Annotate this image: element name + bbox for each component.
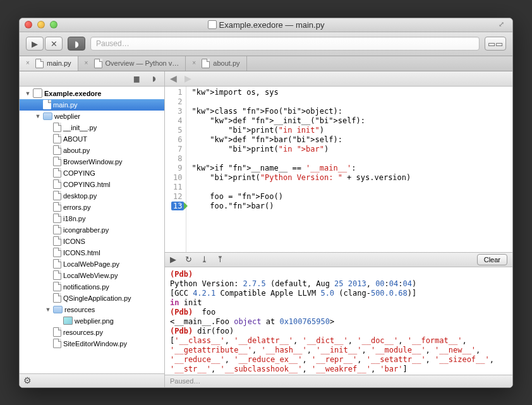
project-sidebar: ▆ ◗ ▼Example.exedoremain.py▼webplier__in… [20, 71, 165, 387]
tree-item-label: COPYING.html [63, 181, 111, 188]
step-over-button[interactable]: ↻ [185, 255, 192, 264]
tree-item-label: about.py [63, 147, 90, 154]
tree-item[interactable]: ICONS [20, 236, 164, 247]
file-icon [53, 214, 61, 223]
tree-item[interactable]: BrowserWindow.py [20, 156, 164, 167]
disclosure-icon[interactable]: ▼ [35, 113, 41, 119]
tree-item[interactable]: LocalWebPage.py [20, 258, 164, 270]
file-icon [53, 236, 61, 246]
tab-close-icon[interactable]: × [192, 60, 198, 66]
tab-1[interactable]: ×Overview — Python v… [78, 56, 186, 71]
project-icon [33, 88, 42, 98]
tree-item-label: resources.py [63, 329, 103, 336]
tree-item-label: desktop.py [63, 192, 97, 200]
tree-item[interactable]: COPYING [20, 167, 164, 179]
source-text[interactable]: "kw">import os, sys "kw">class "fn">Foo(… [186, 87, 416, 252]
disclosure-icon[interactable]: ▼ [45, 306, 51, 313]
tree-item-label: QSingleApplication.py [63, 294, 131, 302]
nav-back-button[interactable]: ◀ [170, 73, 177, 83]
tree-item-label: webplier [54, 112, 80, 120]
tree-item[interactable]: __init__.py [20, 122, 164, 133]
editor-nav: ◀ ▶ [165, 71, 512, 87]
window-zoom-button[interactable] [50, 21, 57, 28]
gear-icon[interactable]: ⚙ [23, 375, 32, 385]
tree-item-label: notifications.py [63, 283, 109, 291]
nav-forward-button[interactable]: ▶ [184, 73, 191, 83]
tree-item-label: i18n.py [63, 215, 85, 222]
tree-item-label: ICONS [63, 238, 85, 245]
tree-item[interactable]: ABOUT [20, 133, 164, 145]
traffic-lights [25, 21, 57, 28]
line-gutter[interactable]: 12345678910111213 [165, 87, 186, 252]
tree-item-label: webplier.png [75, 317, 114, 325]
tree-item[interactable]: desktop.py [20, 190, 164, 202]
file-icon [53, 179, 61, 189]
status-field[interactable]: Paused… [90, 37, 480, 51]
tree-item[interactable]: resources.py [20, 327, 164, 338]
document-icon [208, 20, 217, 29]
file-icon [53, 145, 61, 155]
app-window: Example.exedore — main.py ⤢ ▶ ✕ ◗ Paused… [19, 18, 513, 388]
tree-item[interactable]: QSingleApplication.py [20, 293, 164, 304]
library-button[interactable]: ▭▭ [485, 37, 506, 51]
window-minimize-button[interactable] [37, 21, 45, 28]
tree-item[interactable]: icongrabber.py [20, 224, 164, 236]
continue-button[interactable]: ▶ [170, 255, 176, 264]
run-button[interactable]: ▶ [26, 37, 44, 51]
tab-2[interactable]: ×about.py [186, 56, 246, 71]
folder-icon [43, 112, 52, 120]
tree-item[interactable]: notifications.py [20, 281, 164, 293]
code-editor[interactable]: 12345678910111213 "kw">import os, sys "k… [165, 87, 512, 252]
file-icon [53, 134, 61, 143]
tree-item[interactable]: COPYING.html [20, 179, 164, 190]
file-icon [53, 157, 61, 166]
breakpoint-toggle-button[interactable]: ◗ [68, 37, 85, 51]
status-bar: Paused… [165, 375, 512, 387]
tree-item[interactable]: ▼webplier [20, 111, 164, 122]
file-icon [94, 59, 102, 68]
folder-icon[interactable]: ▆ [129, 73, 144, 84]
tree-item[interactable]: ▼resources [20, 304, 164, 315]
tree-item-label: COPYING [63, 169, 95, 177]
tree-item-label: __init__.py [63, 124, 97, 131]
tree-item[interactable]: webplier.png [20, 315, 164, 327]
tab-close-icon[interactable]: × [85, 60, 91, 66]
titlebar: Example.exedore — main.py ⤢ [20, 18, 512, 32]
tree-item[interactable]: ICONS.html [20, 247, 164, 258]
tree-item-label: resources [64, 306, 95, 313]
tree-item[interactable]: SiteEditorWindow.py [20, 338, 164, 349]
tab-label: about.py [213, 59, 239, 67]
debug-console[interactable]: (Pdb) Python Version: 2.7.5 (default, Au… [165, 267, 512, 375]
file-icon [53, 202, 61, 212]
step-in-button[interactable]: ⤓ [201, 255, 208, 264]
step-out-button[interactable]: ⤒ [217, 255, 224, 264]
tree-item[interactable]: i18n.py [20, 213, 164, 224]
project-name: Example.exedore [44, 90, 102, 97]
tree-item-label: icongrabber.py [63, 226, 109, 234]
tab-0[interactable]: ×main.py [20, 56, 78, 71]
tree-item-label: BrowserWindow.py [63, 158, 123, 166]
tree-item[interactable]: main.py [20, 99, 164, 111]
sidebar-footer: ⚙ [20, 373, 164, 387]
tree-item[interactable]: LocalWebView.py [20, 270, 164, 281]
tree-item-label: ABOUT [63, 135, 87, 143]
tree-item-label: main.py [53, 101, 78, 109]
file-icon [53, 191, 61, 200]
file-icon [53, 282, 61, 291]
file-icon [53, 259, 61, 269]
tree-item[interactable]: errors.py [20, 202, 164, 213]
clear-button[interactable]: Clear [477, 254, 507, 265]
tree-item[interactable]: about.py [20, 145, 164, 156]
window-close-button[interactable] [25, 21, 32, 28]
tree-root[interactable]: ▼Example.exedore [20, 88, 164, 99]
tag-icon[interactable]: ◗ [147, 73, 162, 84]
file-icon [53, 225, 61, 234]
file-icon [53, 327, 61, 337]
editor-area: ◀ ▶ 12345678910111213 "kw">import os, sy… [165, 71, 512, 387]
debug-toolbar: ▶ ↻ ⤓ ⤒ Clear [165, 252, 512, 267]
stop-button[interactable]: ✕ [45, 37, 63, 51]
file-tree[interactable]: ▼Example.exedoremain.py▼webplier__init__… [20, 87, 164, 373]
disclosure-icon[interactable]: ▼ [25, 90, 31, 97]
fullscreen-icon[interactable]: ⤢ [499, 20, 507, 29]
tab-close-icon[interactable]: × [26, 60, 32, 66]
